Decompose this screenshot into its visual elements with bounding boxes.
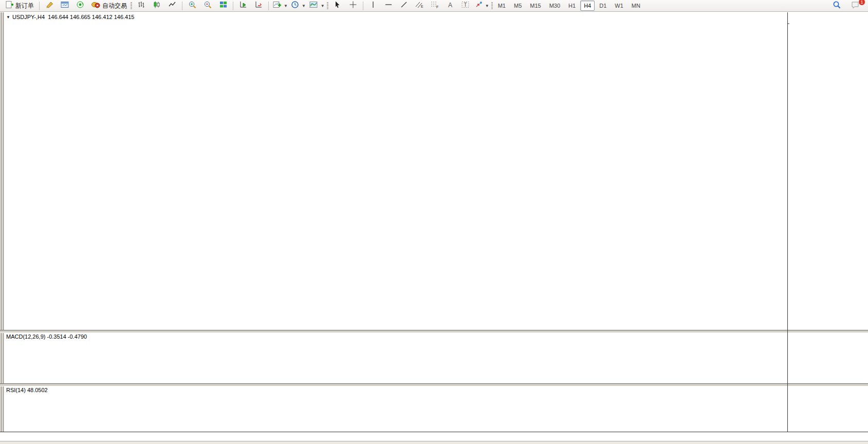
window-icon	[60, 1, 69, 11]
new-order-icon	[5, 1, 14, 11]
chart-ohlc-values: 146.644 146.665 146.412 146.415	[48, 14, 134, 20]
text-label-button[interactable]: T	[458, 0, 473, 11]
auto-scroll-button[interactable]	[235, 0, 251, 11]
brush-icon	[45, 1, 54, 11]
notification-badge: 1	[858, 0, 865, 6]
channel-button[interactable]: E	[412, 0, 427, 11]
vertical-line-button[interactable]	[365, 0, 381, 11]
search-button[interactable]	[829, 0, 844, 11]
clock-icon	[291, 1, 300, 11]
rsi-indicator-label: RSI(14) 48.0502	[6, 387, 48, 393]
auto-trading-icon	[91, 1, 101, 11]
candlestick-icon	[153, 1, 161, 11]
tab-timeframe-M5[interactable]: M5	[510, 1, 525, 11]
trendline-button[interactable]	[396, 0, 412, 11]
tab-timeframe-D1[interactable]: D1	[596, 1, 610, 11]
styler-button[interactable]	[42, 0, 57, 11]
svg-text:E: E	[421, 5, 423, 8]
new-order-label: 新订单	[15, 2, 34, 10]
fibonacci-icon: F	[430, 1, 439, 11]
tab-timeframe-M15[interactable]: M15	[526, 1, 544, 11]
tile-windows-button[interactable]	[215, 0, 231, 11]
mt4-window: 新订单 自动交易	[0, 0, 868, 444]
indicators-icon	[272, 1, 282, 11]
chart-shift-icon	[254, 1, 263, 11]
market-window-button[interactable]	[57, 0, 72, 11]
timeframe-group: M1M5M15M30H1H4D1W1MN	[494, 1, 644, 11]
chart-shift-button[interactable]	[251, 0, 266, 11]
templates-button[interactable]: ▼	[307, 0, 326, 11]
tab-timeframe-MN[interactable]: MN	[628, 1, 644, 11]
zoom-in-button[interactable]	[184, 0, 200, 11]
tile-grid-icon	[219, 1, 228, 11]
periods-button[interactable]: ▼	[289, 0, 307, 11]
crosshair-icon	[349, 1, 357, 11]
arrows-icon	[475, 1, 483, 11]
signal-button[interactable]	[72, 0, 88, 11]
candle-chart-mode-button[interactable]	[149, 0, 164, 11]
text-label-icon: T	[461, 1, 470, 11]
crosshair-button[interactable]	[345, 0, 361, 11]
zoom-in-icon	[188, 1, 197, 11]
chart-symbol: USDJPY-,H4	[12, 14, 45, 20]
line-chart-icon	[168, 1, 176, 11]
auto-scroll-icon	[239, 1, 248, 11]
text-A-icon: A	[447, 1, 454, 11]
tab-timeframe-W1[interactable]: W1	[611, 1, 627, 11]
chart-title: ▼USDJPY-,H4 146.644 146.665 146.412 146.…	[6, 14, 134, 20]
svg-text:F: F	[436, 5, 438, 9]
macd-indicator-label: MACD(12,26,9) -0.3514 -0.4790	[6, 334, 87, 340]
tab-timeframe-M1[interactable]: M1	[494, 1, 509, 11]
tab-timeframe-H4[interactable]: H4	[580, 1, 595, 11]
line-chart-mode-button[interactable]	[164, 0, 180, 11]
zoom-out-icon	[204, 1, 212, 11]
vertical-line-icon	[370, 1, 377, 11]
fibonacci-button[interactable]: F	[427, 0, 442, 11]
cursor-button[interactable]	[330, 0, 345, 11]
ohlc-bars-icon	[137, 1, 145, 11]
cursor-arrow-icon	[334, 1, 341, 11]
channel-icon: E	[415, 1, 424, 11]
horizontal-line-icon	[384, 1, 393, 11]
svg-text:T: T	[464, 2, 467, 8]
notifications-button[interactable]: 1	[847, 0, 863, 11]
auto-trading-button[interactable]: 自动交易	[88, 0, 130, 11]
new-order-button[interactable]: 新订单	[2, 0, 37, 11]
tab-timeframe-M30[interactable]: M30	[546, 1, 564, 11]
auto-trading-label: 自动交易	[102, 2, 127, 10]
zoom-out-button[interactable]	[200, 0, 215, 11]
text-button[interactable]: A	[442, 0, 458, 11]
svg-text:A: A	[448, 2, 452, 9]
bar-chart-mode-button[interactable]	[134, 0, 149, 11]
indicators-button[interactable]: ▼	[271, 0, 289, 11]
trendline-icon	[400, 1, 408, 11]
toolbar: 新订单 自动交易	[0, 0, 868, 12]
collapse-triangle-icon[interactable]: ▼	[6, 15, 10, 20]
template-icon	[309, 1, 319, 11]
signal-icon	[76, 1, 85, 11]
arrows-button[interactable]: ▼	[473, 0, 491, 11]
price-chart-canvas[interactable]	[0, 0, 868, 444]
tab-timeframe-H1[interactable]: H1	[565, 1, 579, 11]
search-icon	[832, 1, 841, 11]
horizontal-line-button[interactable]	[381, 0, 396, 11]
